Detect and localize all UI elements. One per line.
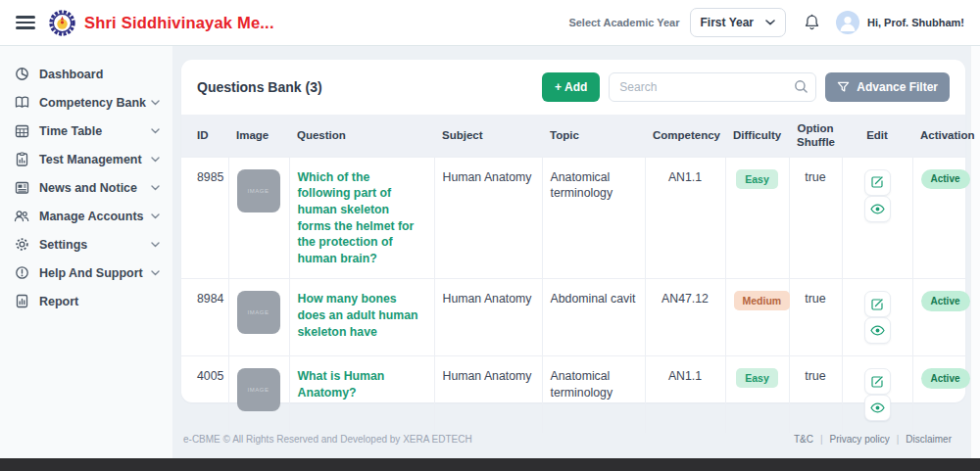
cell-subject: Human Anatomy [434, 279, 542, 356]
footer-separator: | [820, 434, 823, 445]
sidebar-item-test-management[interactable]: Test Management [0, 145, 172, 173]
cell-question: Which of the following part of human ske… [289, 157, 434, 279]
sidebar-item-dashboard[interactable]: Dashboard [0, 60, 172, 88]
cell-edit [842, 157, 912, 279]
eye-icon [870, 325, 885, 336]
col-edit: Edit [842, 115, 912, 157]
users-icon [14, 209, 29, 223]
clipboard-chart-icon [14, 152, 29, 166]
page-title: Questions Bank (3) [197, 79, 322, 95]
pencil-square-icon [870, 298, 884, 311]
cell-option-shuffle: true [789, 157, 842, 279]
questions-table: ID Image Question Subject Topic Competen… [181, 115, 965, 433]
col-subject: Subject [434, 115, 542, 157]
chevron-down-icon [151, 157, 160, 163]
funnel-icon [837, 81, 850, 94]
gear-icon [14, 237, 29, 252]
bottom-dark-bar [0, 458, 980, 471]
col-question: Question [289, 115, 434, 157]
col-activation: Activation [912, 115, 965, 157]
edit-button[interactable] [864, 169, 891, 196]
cell-difficulty: Easy [725, 157, 789, 279]
chevron-down-icon [151, 242, 160, 248]
col-option-shuffle: Option Shuffle [789, 115, 842, 157]
book-icon [14, 95, 29, 110]
cell-activation: Active [912, 356, 965, 434]
eye-icon [870, 402, 885, 413]
pencil-square-icon [870, 375, 884, 389]
user-greeting: Hi, Prof. Shubham! [867, 17, 964, 28]
question-image-thumbnail[interactable]: IMAGE [237, 368, 280, 411]
copyright-text: e-CBME © All Rights Reserved and Develop… [183, 434, 472, 445]
cell-option-shuffle: true [789, 279, 842, 356]
question-image-thumbnail[interactable]: IMAGE [237, 291, 280, 334]
sidebar-item-report[interactable]: Report [0, 287, 172, 315]
sidebar-item-news-and-notice[interactable]: News and Notice [0, 173, 172, 202]
activation-badge[interactable]: Active [921, 291, 970, 311]
cell-image: IMAGE [228, 157, 289, 279]
academic-year-value: First Year [701, 16, 754, 29]
cell-competency: AN1.1 [645, 356, 725, 434]
vertical-scrollbar[interactable] [970, 46, 980, 458]
cell-image: IMAGE [228, 279, 289, 356]
cell-activation: Active [912, 279, 965, 356]
search-input[interactable] [609, 72, 816, 102]
footer-link-tc[interactable]: T&C [794, 434, 813, 445]
footer-separator: | [897, 434, 900, 445]
activation-badge[interactable]: Active [921, 368, 970, 389]
search-icon [794, 79, 808, 98]
cell-topic: Abdominal cavit [542, 279, 645, 356]
sidebar-item-time-table[interactable]: Time Table [0, 117, 172, 145]
hamburger-menu-icon[interactable] [16, 16, 35, 29]
report-icon [14, 294, 29, 308]
cell-option-shuffle: true [789, 356, 842, 434]
dashboard-icon [14, 67, 29, 81]
academic-year-select[interactable]: First Year [690, 8, 786, 37]
edit-button[interactable] [864, 291, 891, 317]
col-image: Image [228, 115, 289, 157]
advance-filter-button[interactable]: Advance Filter [825, 72, 950, 102]
table-row: 4005 IMAGE What is Human Anatomy? Human … [181, 356, 965, 434]
brand-title: Shri Siddhivinayak Me... [84, 14, 274, 32]
view-button[interactable] [864, 196, 891, 222]
add-button[interactable]: + Add [542, 72, 600, 102]
sidebar-nav: Dashboard Competency Bank Time Table [0, 46, 172, 458]
table-row: 8984 IMAGE How many bones does an adult … [181, 279, 965, 356]
notification-bell-icon[interactable] [804, 14, 820, 31]
col-id: ID [181, 115, 228, 157]
cell-edit [842, 279, 912, 356]
edit-button[interactable] [864, 368, 891, 395]
sidebar-item-help-and-support[interactable]: Help And Support [0, 259, 172, 287]
difficulty-badge: Easy [736, 169, 778, 189]
table-header-row: ID Image Question Subject Topic Competen… [181, 115, 965, 157]
footer-link-disclaimer[interactable]: Disclaimer [906, 434, 952, 445]
table-row: 8985 IMAGE Which of the following part o… [181, 157, 965, 279]
pencil-square-icon [870, 175, 884, 189]
cell-edit [842, 356, 912, 434]
cell-topic: Anatomical terminology [542, 157, 645, 279]
question-link[interactable]: What is Human Anatomy? [298, 368, 426, 400]
activation-badge[interactable]: Active [921, 169, 970, 190]
footer-link-privacy[interactable]: Privacy policy [830, 434, 890, 445]
view-button[interactable] [864, 317, 891, 344]
view-button[interactable] [864, 395, 891, 421]
cell-topic: Anatomical terminology [542, 356, 645, 434]
cell-id: 8985 [181, 157, 228, 279]
page-footer: e-CBME © All Rights Reserved and Develop… [181, 434, 965, 445]
question-image-thumbnail[interactable]: IMAGE [237, 169, 280, 212]
help-circle-icon [14, 265, 29, 280]
question-link[interactable]: Which of the following part of human ske… [298, 169, 426, 267]
top-header: Shri Siddhivinayak Me... Select Academic… [0, 0, 980, 46]
cell-activation: Active [912, 157, 965, 279]
calendar-icon [14, 123, 29, 138]
academic-year-label: Select Academic Year [568, 17, 679, 28]
col-competency: Competency [645, 115, 725, 157]
cell-question: How many bones does an adult human skele… [289, 279, 434, 356]
sidebar-item-manage-accounts[interactable]: Manage Accounts [0, 202, 172, 230]
sidebar-item-settings[interactable]: Settings [0, 230, 172, 259]
difficulty-badge: Medium [734, 291, 791, 310]
sidebar-item-competency-bank[interactable]: Competency Bank [0, 88, 172, 117]
chevron-down-icon [151, 185, 160, 191]
question-link[interactable]: How many bones does an adult human skele… [298, 291, 426, 340]
user-avatar[interactable] [836, 11, 859, 34]
